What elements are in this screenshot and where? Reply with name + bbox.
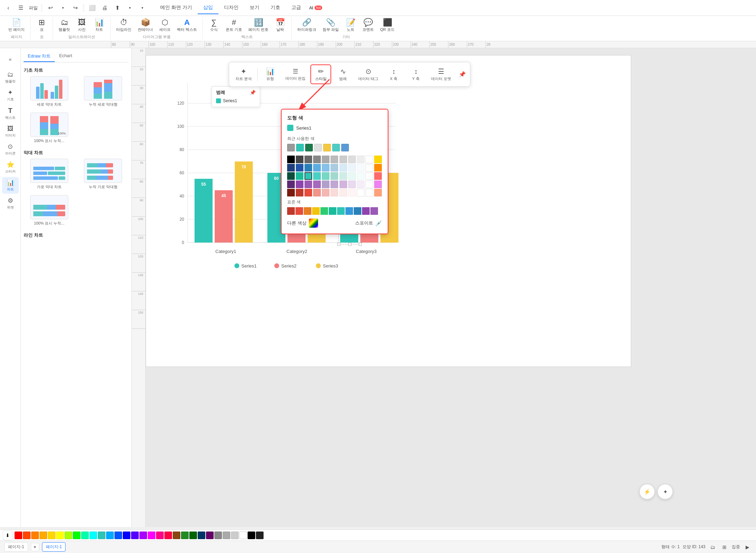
cp-cell[interactable] [313,189,321,196]
menu-btn[interactable]: ☰ [15,2,26,14]
sidebar-collapse-btn[interactable]: « [2,51,19,68]
cp-recent-2[interactable] [305,144,313,151]
cp-cell[interactable] [287,181,295,188]
cb-swatch-20[interactable] [181,532,189,539]
sidebar-text-btn[interactable]: T 텍스트 [2,105,19,122]
cp-cell[interactable] [374,189,382,196]
color-bar-menu-btn[interactable]: ⬇ [3,530,12,540]
sidebar-symbol-btn[interactable]: ✦ 기호 [2,87,19,104]
file-btn[interactable]: 파일 [28,2,39,14]
cb-swatch-22[interactable] [198,532,205,539]
cp-cell[interactable] [366,172,373,180]
cp-cell[interactable] [296,172,303,180]
redo-btn[interactable]: ↪ [70,2,81,14]
fab-sparkle-btn[interactable]: ✦ [658,484,673,499]
cp-eyedropper-btn[interactable]: 스포이트 💉 [355,220,382,227]
cp-recent-3[interactable] [314,144,322,151]
ribbon-hyperlink[interactable]: 🔗 하이퍼링크 [294,17,319,34]
cb-swatch-7[interactable] [73,532,80,539]
cp-cell[interactable] [330,156,338,163]
sidebar-image-btn[interactable]: 🖼 이미지 [2,123,19,140]
cp-cell[interactable] [304,181,312,188]
cp-cell[interactable] [357,172,364,180]
cp-cell[interactable] [357,156,364,163]
cp-cell[interactable] [296,189,303,196]
cb-swatch-21[interactable] [189,532,197,539]
cp-cell[interactable] [330,189,338,196]
cp-recent-4[interactable] [323,144,331,151]
ribbon-vector-text[interactable]: A 벡터 텍스트 [174,17,200,34]
sidebar-chart-btn[interactable]: 📊 차트 [2,177,19,194]
cp-cell[interactable] [330,181,338,188]
cb-swatch-5[interactable] [56,532,64,539]
float-y-axis-btn[interactable]: ↕ Y 축 [405,65,426,84]
cp-std-5[interactable] [329,207,336,215]
cb-swatch-15[interactable] [139,532,147,539]
page-tab[interactable]: 페이지-1 [4,542,28,552]
float-legend-btn[interactable]: ∿ 범례 [333,65,353,84]
cb-swatch-28[interactable] [248,532,255,539]
cp-cell[interactable] [322,189,329,196]
cp-cell[interactable] [304,164,312,172]
cp-cell[interactable] [322,172,329,180]
cp-std-0[interactable] [287,207,295,215]
cb-swatch-24[interactable] [214,532,222,539]
export-arrow-btn[interactable]: ▾ [124,2,135,14]
cb-swatch-18[interactable] [164,532,172,539]
ribbon-formula[interactable]: ∑ 수식 [206,17,222,34]
ribbon-font-symbol[interactable]: # 폰트 기호 [223,17,245,34]
cb-swatch-0[interactable] [15,532,22,539]
cp-cell[interactable] [313,156,321,163]
cb-swatch-10[interactable] [98,532,105,539]
vertical-bar-thumb[interactable]: 세로 막대 차트 [24,75,75,108]
cp-std-7[interactable] [345,207,353,215]
horiz100-thumb[interactable]: 100% 100% 표시 누적... [24,194,75,227]
cp-cell[interactable] [322,181,329,188]
cp-cell[interactable] [348,156,356,163]
ribbon-note[interactable]: 📝 노트 [342,17,359,34]
cb-swatch-6[interactable] [65,532,72,539]
sidebar-widget-btn[interactable]: ⚙ 위젯 [2,195,19,212]
cp-cell[interactable] [330,172,338,180]
cb-swatch-16[interactable] [148,532,155,539]
cp-recent-6[interactable] [341,144,349,151]
panel-tab-echart[interactable]: Echart [55,51,76,62]
cp-cell[interactable] [313,172,321,180]
cp-cell[interactable] [348,181,356,188]
cb-swatch-1[interactable] [23,532,31,539]
cp-cell[interactable] [366,189,373,196]
page-view-btn[interactable]: ⬜ [87,2,98,14]
ribbon-qr[interactable]: ⬛ QR 코드 [377,17,397,34]
float-data-tag-btn[interactable]: ⊙ 데이터 태그 [355,65,382,84]
nav-tab-design[interactable]: 디자인 [218,2,244,14]
cp-cell[interactable] [330,164,338,172]
cp-cell[interactable] [348,189,356,196]
cp-cell[interactable] [322,164,329,172]
float-type-btn[interactable]: 📊 유형 [260,65,281,84]
cb-swatch-17[interactable] [156,532,164,539]
cp-cell[interactable] [304,189,312,196]
grid-btn[interactable]: ⊞ [720,543,729,552]
cp-cell[interactable] [374,181,382,188]
nav-tab-main[interactable]: 메인 화면 가기 [155,2,198,14]
sidebar-template-btn[interactable]: 🗂 템플릿 [2,69,19,86]
cb-swatch-23[interactable] [206,532,214,539]
cp-cell[interactable] [296,181,303,188]
cp-cell[interactable] [340,156,347,163]
cp-cell[interactable] [366,156,373,163]
cp-recent-1[interactable] [296,144,304,151]
cp-cell[interactable] [322,156,329,163]
cp-cell[interactable] [340,189,347,196]
cp-cell[interactable] [374,164,382,172]
cp-cell[interactable] [366,181,373,188]
cb-swatch-26[interactable] [231,532,239,539]
print-btn[interactable]: 🖨 [99,2,110,14]
nav-tab-symbol[interactable]: 기호 [265,2,286,14]
cp-cell[interactable] [357,181,364,188]
float-data-format-btn[interactable]: ☰ 데이터 포맷 [428,65,455,84]
legend-pin-btn[interactable]: 📌 [250,90,256,95]
cp-std-6[interactable] [337,207,345,215]
cp-cell[interactable] [366,164,373,172]
nav-tab-ai[interactable]: AI hot [307,2,325,14]
stacked-vertical-bar-thumb[interactable]: 누적 세로 막대형 [78,75,129,108]
